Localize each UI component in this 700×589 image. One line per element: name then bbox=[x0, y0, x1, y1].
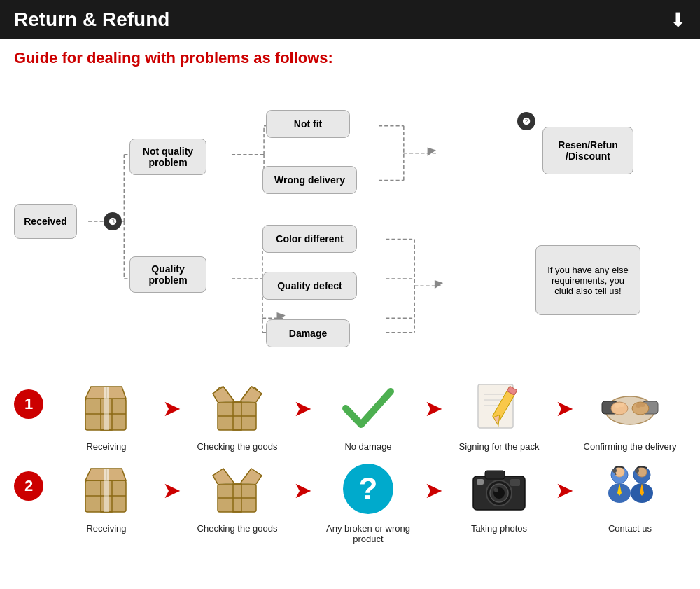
step-1-item-signing: Signing for the pack bbox=[443, 375, 555, 452]
step-2-items: Receiving ➤ Checking the goods ➤ bbox=[50, 457, 686, 544]
checkmark-icon bbox=[333, 375, 403, 438]
svg-rect-80 bbox=[477, 479, 484, 485]
arrow-icon-8: ➤ bbox=[555, 477, 574, 504]
step-2-label-checking: Checking the goods bbox=[197, 523, 278, 534]
arrow-icon-2: ➤ bbox=[293, 395, 312, 422]
svg-marker-36 bbox=[435, 280, 443, 289]
svg-rect-79 bbox=[510, 479, 520, 486]
step-1-number: 1 bbox=[14, 389, 43, 419]
step-2-item-checking: Checking the goods bbox=[181, 457, 293, 534]
arrow-icon-4: ➤ bbox=[555, 395, 574, 422]
box-closed-icon-2 bbox=[71, 457, 141, 520]
step-2-item-camera: Taking photos bbox=[443, 457, 555, 534]
svg-point-61 bbox=[640, 403, 645, 407]
svg-rect-66 bbox=[104, 469, 109, 480]
step-1-item-confirming: Confirming the delivery bbox=[574, 375, 686, 452]
svg-point-77 bbox=[494, 488, 498, 492]
node-received: Received bbox=[14, 204, 77, 239]
step-2-row: 2 Receiving ➤ bbox=[14, 457, 686, 544]
node-quality-defect: Quality defect bbox=[262, 272, 357, 300]
arrow-icon-3: ➤ bbox=[424, 395, 443, 422]
step-1-label-confirming: Confirming the delivery bbox=[584, 441, 677, 452]
header-title: Return & Refund bbox=[14, 8, 169, 31]
arrow-icon-1: ➤ bbox=[162, 395, 181, 422]
step-1-label-checking: Checking the goods bbox=[197, 441, 278, 452]
svg-point-59 bbox=[619, 403, 624, 407]
step-2-item-receiving: Receiving bbox=[50, 457, 162, 534]
step-2-item-question: ? Any broken or wrong product bbox=[312, 457, 424, 544]
step-1-label-nodamage: No damage bbox=[344, 441, 391, 452]
box-closed-icon bbox=[71, 375, 141, 438]
node-color-different: Color different bbox=[262, 225, 357, 253]
arrow-icon-5: ➤ bbox=[162, 477, 181, 504]
node-wrong-delivery: Wrong delivery bbox=[262, 166, 357, 194]
svg-rect-78 bbox=[485, 471, 505, 479]
step-1-item-nodamage: No damage bbox=[312, 375, 424, 452]
node-resen-refund: Resen/Refun /Discount bbox=[542, 127, 634, 174]
pencil-icon bbox=[464, 375, 534, 438]
svg-rect-42 bbox=[104, 399, 109, 430]
step-1-label-signing: Signing for the pack bbox=[459, 441, 540, 452]
person-icon bbox=[595, 457, 665, 520]
handshake-icon bbox=[595, 375, 665, 438]
step-1-row: 1 Receivi bbox=[14, 375, 686, 452]
header-arrow-icon: ⬇ bbox=[670, 8, 686, 32]
guide-title: Guide for dealing with problems as follo… bbox=[0, 39, 700, 74]
box-open-icon-2 bbox=[202, 457, 272, 520]
box-open-icon bbox=[202, 375, 272, 438]
step-1-item-checking: Checking the goods bbox=[181, 375, 293, 452]
svg-text:?: ? bbox=[359, 471, 378, 506]
svg-rect-67 bbox=[104, 480, 109, 512]
arrow-icon-7: ➤ bbox=[424, 477, 443, 504]
badge-3: ❸ bbox=[104, 212, 122, 230]
step-1-label-receiving: Receiving bbox=[86, 441, 126, 452]
question-icon: ? bbox=[333, 457, 403, 520]
step-2-label-camera: Taking photos bbox=[471, 523, 527, 534]
arrow-icon-6: ➤ bbox=[293, 477, 312, 504]
step-2-label-contact: Contact us bbox=[608, 523, 652, 534]
step-1-item-receiving: Receiving bbox=[50, 375, 162, 452]
svg-marker-35 bbox=[428, 147, 436, 155]
flowchart-section: Received ❸ Not quality problem Quality p… bbox=[0, 74, 700, 368]
header: Return & Refund ⬇ bbox=[0, 0, 700, 39]
step-2-label-receiving: Receiving bbox=[86, 523, 126, 534]
svg-rect-41 bbox=[104, 387, 109, 399]
step-2-item-contact: Contact us bbox=[574, 457, 686, 534]
camera-icon bbox=[464, 457, 534, 520]
node-not-fit: Not fit bbox=[266, 110, 350, 138]
step-2-number: 2 bbox=[14, 471, 43, 501]
node-damage: Damage bbox=[266, 319, 350, 347]
node-quality-problem: Quality problem bbox=[130, 256, 206, 293]
badge-2: ❷ bbox=[517, 112, 536, 130]
node-requirements: If you have any else requirements, you c… bbox=[536, 245, 640, 315]
process-section: 1 Receivi bbox=[0, 368, 700, 544]
step-2-label-question: Any broken or wrong product bbox=[312, 523, 424, 544]
step-1-items: Receiving ➤ bbox=[50, 375, 686, 452]
node-not-quality-problem: Not quality problem bbox=[130, 139, 206, 175]
